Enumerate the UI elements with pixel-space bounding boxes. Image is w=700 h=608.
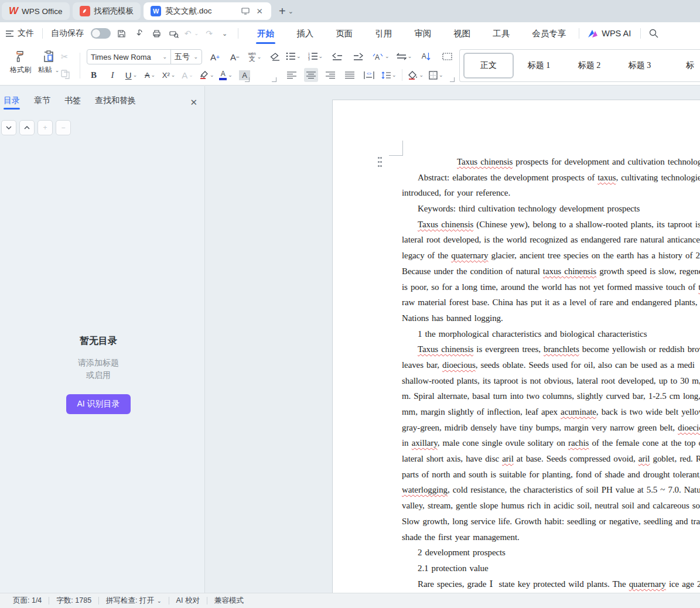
- style-item-4[interactable]: 标: [665, 53, 700, 78]
- status-item-2[interactable]: 拼写检查: 打开⌄: [99, 596, 169, 606]
- save-icon[interactable]: [117, 29, 126, 38]
- paragraph-dialog-launcher[interactable]: [450, 77, 455, 82]
- close-tab-icon[interactable]: ✕: [255, 6, 264, 16]
- redo-icon[interactable]: ↷: [204, 29, 214, 38]
- status-item-1[interactable]: 字数: 1785: [49, 596, 98, 606]
- cut-button[interactable]: ✂: [61, 50, 69, 63]
- document-page[interactable]: Taxus chinensis prospects for developmen…: [332, 100, 700, 593]
- status-item-4[interactable]: 兼容模式: [207, 596, 251, 606]
- new-tab-button[interactable]: +: [279, 5, 286, 18]
- autosave-label: 自动保存: [47, 28, 87, 39]
- phonetic-guide-button[interactable]: wén 文 ⌄: [248, 50, 262, 64]
- font-color-icon: A: [219, 70, 227, 80]
- sidebar-tab-2[interactable]: 书签: [64, 95, 81, 110]
- style-item-1[interactable]: 标题 1: [514, 53, 564, 78]
- sidebar-tab-0[interactable]: 目录: [4, 95, 20, 110]
- paste-icon: [42, 49, 55, 63]
- file-menu[interactable]: 文件: [14, 28, 37, 39]
- window-tab-bar: W WPS Office 找稻壳模板 W 英文文献.doc ✕ + ⌄: [0, 0, 700, 22]
- ribbon-tab-3[interactable]: 引用: [374, 23, 393, 44]
- font-dialog-launcher[interactable]: [245, 77, 250, 82]
- search-icon[interactable]: [649, 29, 658, 38]
- ribbon-tab-1[interactable]: 插入: [295, 23, 315, 44]
- bold-button[interactable]: B: [87, 68, 101, 82]
- tab-docer-templates[interactable]: 找稻壳模板: [73, 2, 141, 20]
- superscript-button[interactable]: X²⌄: [162, 68, 176, 82]
- format-painter-button[interactable]: 格式刷: [7, 49, 34, 75]
- toc-empty-state: 暂无目录 请添加标题 或启用 AI 识别目录: [0, 335, 197, 414]
- document-text[interactable]: Taxus chinensis prospects for developmen…: [402, 154, 700, 592]
- copy-button[interactable]: [61, 68, 70, 81]
- grow-font-button[interactable]: A+: [208, 50, 222, 64]
- hamburger-menu-icon[interactable]: [5, 29, 14, 38]
- distribute-button[interactable]: <>: [362, 68, 376, 82]
- font-family-combo[interactable]: Times New Roma⌄ 五号⌄: [87, 49, 202, 64]
- outline-minus-button[interactable]: −: [56, 120, 71, 135]
- italic-button[interactable]: I: [105, 68, 119, 82]
- margin-icon: [442, 53, 452, 60]
- margin-crop-mark: [389, 141, 403, 156]
- style-item-3[interactable]: 标题 3: [614, 53, 665, 78]
- text-effects-button[interactable]: A⌄: [180, 68, 194, 82]
- sidebar-close-icon[interactable]: ✕: [190, 97, 197, 108]
- borders-icon: [429, 71, 438, 80]
- font-size-combo[interactable]: 五号⌄: [171, 50, 202, 64]
- align-left-button[interactable]: [285, 68, 299, 82]
- wps-ai-menu[interactable]: WPS AI: [588, 29, 631, 38]
- shading-button[interactable]: ⌄: [408, 68, 424, 82]
- status-item-0[interactable]: 页面: 1/4: [6, 596, 49, 606]
- two-way-arrow-button[interactable]: ⌄: [397, 49, 412, 63]
- clear-format-button[interactable]: [268, 50, 282, 64]
- increase-indent-button[interactable]: [351, 49, 365, 63]
- font-color-button[interactable]: A ⌄: [219, 68, 233, 82]
- align-right-icon: [326, 71, 335, 78]
- numbered-list-button[interactable]: 123 ⌄: [308, 49, 323, 63]
- style-item-2[interactable]: 标题 2: [564, 53, 614, 78]
- autosave-toggle[interactable]: [91, 28, 111, 39]
- ribbon-tab-5[interactable]: 视图: [452, 23, 472, 44]
- page-margin-button[interactable]: [440, 49, 454, 63]
- print-preview-icon[interactable]: [169, 29, 179, 38]
- screen-share-icon[interactable]: [241, 6, 250, 16]
- undo-icon[interactable]: ↶⌄: [187, 29, 196, 38]
- tab-document[interactable]: W 英文文献.doc ✕: [144, 2, 271, 20]
- underline-button[interactable]: U⌄: [124, 68, 138, 82]
- sidebar-tab-1[interactable]: 章节: [34, 95, 50, 110]
- borders-button[interactable]: ⌄: [429, 68, 443, 82]
- align-center-button[interactable]: [304, 68, 318, 82]
- strikethrough-button[interactable]: A⌄: [143, 68, 157, 82]
- ribbon-tabs: 开始插入页面引用审阅视图工具会员专享: [256, 23, 567, 44]
- highlight-button[interactable]: ⌄: [199, 68, 214, 82]
- shrink-font-button[interactable]: A−: [228, 50, 242, 64]
- justify-button[interactable]: [343, 68, 357, 82]
- ribbon-tab-2[interactable]: 页面: [334, 23, 354, 44]
- ribbon-tab-6[interactable]: 工具: [491, 23, 511, 44]
- quick-access-chevron-icon[interactable]: ⌄: [222, 30, 227, 37]
- outline-collapse-button[interactable]: [1, 120, 16, 135]
- ribbon-tab-7[interactable]: 会员专享: [531, 23, 567, 44]
- tab-wps-office[interactable]: W WPS Office: [2, 2, 70, 20]
- sidebar-tabs: 目录章节书签查找和替换✕: [0, 86, 204, 115]
- output-icon[interactable]: [134, 29, 144, 38]
- tab-list-chevron-icon[interactable]: ⌄: [288, 8, 293, 15]
- paste-button[interactable]: 粘贴⌄: [35, 49, 62, 75]
- text-direction-button[interactable]: A ⌄: [372, 49, 390, 63]
- document-canvas[interactable]: Taxus chinensis prospects for developmen…: [206, 86, 700, 593]
- ribbon-tab-4[interactable]: 审阅: [413, 23, 432, 44]
- line-spacing-button[interactable]: ⌄: [381, 68, 397, 82]
- doc-line-27: Rare species, grade Ⅰ state key protecte…: [402, 576, 700, 592]
- bullet-list-button[interactable]: ⌄: [286, 49, 301, 63]
- paragraph-drag-handle[interactable]: [378, 157, 385, 169]
- style-item-0[interactable]: 正文: [463, 53, 514, 78]
- ai-recognize-toc-button[interactable]: AI 识别目录: [66, 394, 130, 414]
- outline-expand-button[interactable]: [19, 120, 35, 135]
- ribbon-tab-0[interactable]: 开始: [256, 23, 275, 44]
- print-icon[interactable]: [152, 29, 161, 38]
- outline-plus-button[interactable]: +: [37, 120, 53, 135]
- clipboard-dialog-launcher[interactable]: [272, 77, 276, 82]
- sort-button[interactable]: A: [419, 49, 433, 63]
- decrease-indent-button[interactable]: [330, 49, 344, 63]
- sidebar-tab-3[interactable]: 查找和替换: [95, 95, 136, 110]
- align-right-button[interactable]: [323, 68, 337, 82]
- status-item-3[interactable]: AI 校对: [169, 596, 207, 606]
